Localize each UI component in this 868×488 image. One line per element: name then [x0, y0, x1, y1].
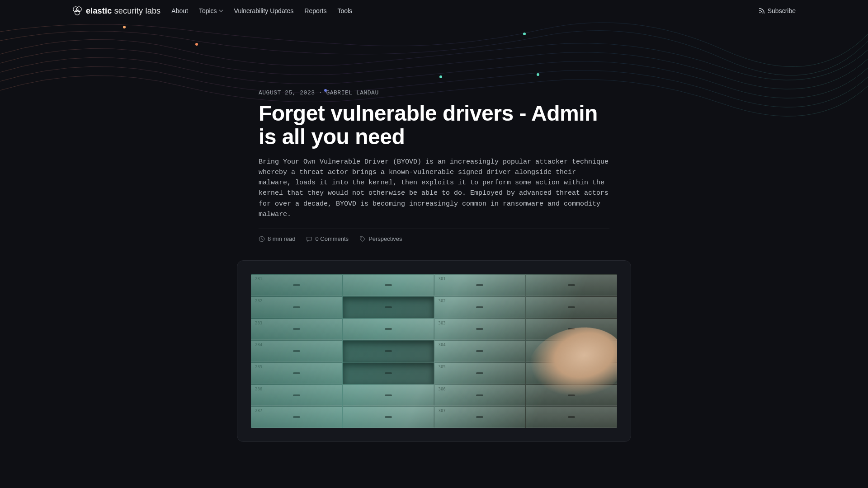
svg-point-34	[759, 12, 760, 14]
hero-image-card: 2813012823022833032843042853052863062873…	[237, 260, 631, 442]
article-title: Forget vulnerable drivers - Admin is all…	[259, 102, 609, 149]
read-time: 8 min read	[259, 235, 295, 242]
clock-icon	[259, 236, 265, 242]
subscribe-link[interactable]: Subscribe	[759, 7, 796, 14]
article-author[interactable]: GABRIEL LANDAU	[326, 89, 378, 96]
brand-name: elastic security labs	[86, 6, 160, 16]
comments-count[interactable]: 0 Comments	[306, 235, 349, 242]
chevron-down-icon	[219, 9, 223, 13]
article-date: AUGUST 25, 2023	[259, 89, 315, 96]
hero-image: 2813012823022833032843042853052863062873…	[251, 274, 617, 428]
svg-point-25	[123, 26, 126, 28]
top-nav: elastic security labs About Topics Vulne…	[0, 0, 868, 22]
nav-vuln-updates[interactable]: Vulnerability Updates	[234, 7, 294, 14]
tag-icon	[359, 236, 366, 242]
elastic-logo-icon	[72, 6, 82, 16]
nav-topics[interactable]: Topics	[199, 7, 223, 14]
category-tag[interactable]: Perspectives	[359, 235, 402, 242]
article-meta: AUGUST 25, 2023 · GABRIEL LANDAU	[259, 89, 609, 96]
article-header: AUGUST 25, 2023 · GABRIEL LANDAU Forget …	[259, 22, 609, 242]
nav-about[interactable]: About	[171, 7, 188, 14]
nav-left: elastic security labs About Topics Vulne…	[72, 6, 352, 16]
nav-reports[interactable]: Reports	[304, 7, 326, 14]
rss-icon	[759, 8, 765, 14]
article-submeta: 8 min read 0 Comments Perspectives	[259, 235, 609, 242]
svg-point-36	[361, 237, 362, 238]
article-summary: Bring Your Own Vulnerable Driver (BYOVD)…	[259, 157, 609, 230]
brand-logo[interactable]: elastic security labs	[72, 6, 160, 16]
comment-icon	[306, 236, 312, 242]
nav-tools[interactable]: Tools	[337, 7, 352, 14]
svg-point-26	[195, 43, 198, 46]
